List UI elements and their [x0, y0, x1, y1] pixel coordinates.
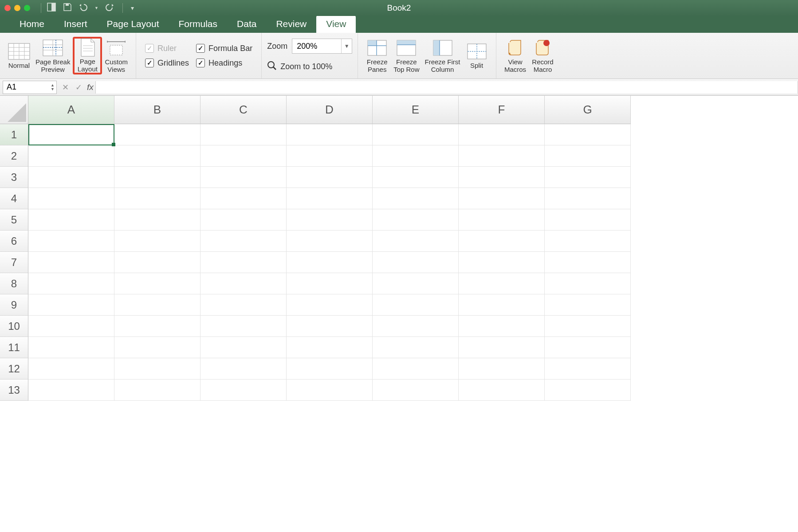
- column-header-C[interactable]: C: [200, 96, 287, 124]
- cell[interactable]: [373, 252, 459, 273]
- tab-insert[interactable]: Insert: [54, 16, 97, 33]
- cell[interactable]: [200, 316, 287, 337]
- cell[interactable]: [200, 252, 287, 273]
- cell[interactable]: [459, 316, 545, 337]
- cell[interactable]: [28, 379, 114, 401]
- cell[interactable]: [114, 379, 200, 401]
- tab-data[interactable]: Data: [227, 16, 266, 33]
- row-header-2[interactable]: 2: [0, 145, 28, 167]
- cell[interactable]: [114, 316, 200, 337]
- zoom-input[interactable]: [292, 42, 341, 51]
- cell[interactable]: [373, 273, 459, 294]
- tab-view[interactable]: View: [316, 16, 356, 33]
- column-header-E[interactable]: E: [373, 96, 459, 124]
- cell[interactable]: [114, 124, 200, 145]
- page-break-preview-button[interactable]: Page Break Preview: [33, 37, 73, 74]
- undo-dropdown[interactable]: ▼: [94, 6, 98, 10]
- cell[interactable]: [28, 188, 114, 209]
- zoom-to-100-button[interactable]: Zoom to 100%: [267, 61, 332, 73]
- cell[interactable]: [459, 145, 545, 167]
- cell[interactable]: [373, 337, 459, 358]
- spinner-icon[interactable]: ▲▼: [51, 83, 55, 91]
- cell[interactable]: [28, 273, 114, 294]
- cell[interactable]: [545, 231, 631, 252]
- row-header-3[interactable]: 3: [0, 167, 28, 188]
- cell[interactable]: [459, 379, 545, 401]
- cancel-formula-icon[interactable]: ✕: [59, 82, 72, 92]
- cell[interactable]: [287, 145, 373, 167]
- cell[interactable]: [545, 167, 631, 188]
- freeze-panes-button[interactable]: Freeze Panes: [363, 37, 391, 74]
- cell[interactable]: [200, 379, 287, 401]
- cell[interactable]: [287, 124, 373, 145]
- dropdown-icon[interactable]: ▼: [341, 39, 352, 53]
- cell[interactable]: [200, 231, 287, 252]
- cell[interactable]: [545, 252, 631, 273]
- cell[interactable]: [200, 358, 287, 379]
- row-header-5[interactable]: 5: [0, 209, 28, 231]
- save-icon[interactable]: [63, 2, 72, 14]
- cell[interactable]: [545, 358, 631, 379]
- cell[interactable]: [459, 337, 545, 358]
- tab-formulas[interactable]: Formulas: [169, 16, 228, 33]
- cell[interactable]: [28, 209, 114, 231]
- cell[interactable]: [28, 231, 114, 252]
- cell[interactable]: [373, 209, 459, 231]
- cell[interactable]: [114, 231, 200, 252]
- formula-input[interactable]: [95, 81, 798, 94]
- row-header-10[interactable]: 10: [0, 316, 28, 337]
- row-header-12[interactable]: 12: [0, 358, 28, 379]
- accept-formula-icon[interactable]: ✓: [72, 82, 85, 92]
- gridlines-checkbox[interactable]: Gridlines: [145, 59, 189, 68]
- cell[interactable]: [28, 167, 114, 188]
- cell[interactable]: [373, 188, 459, 209]
- freeze-first-column-button[interactable]: Freeze First Column: [422, 37, 463, 74]
- cell[interactable]: [200, 188, 287, 209]
- cell[interactable]: [200, 273, 287, 294]
- formula-bar-checkbox[interactable]: Formula Bar: [196, 44, 252, 53]
- cell[interactable]: [28, 124, 114, 145]
- cell[interactable]: [114, 273, 200, 294]
- tab-page-layout[interactable]: Page Layout: [97, 16, 169, 33]
- cell[interactable]: [459, 294, 545, 316]
- tab-review[interactable]: Review: [266, 16, 316, 33]
- cell[interactable]: [459, 209, 545, 231]
- cell[interactable]: [114, 188, 200, 209]
- cell[interactable]: [545, 124, 631, 145]
- cell-area[interactable]: [28, 124, 631, 401]
- custom-views-button[interactable]: Custom Views: [102, 37, 130, 74]
- cell[interactable]: [287, 209, 373, 231]
- cell[interactable]: [28, 145, 114, 167]
- cell[interactable]: [459, 273, 545, 294]
- maximize-window-button[interactable]: [24, 5, 30, 11]
- cell[interactable]: [373, 294, 459, 316]
- fx-icon[interactable]: fx: [87, 82, 94, 92]
- cell[interactable]: [545, 316, 631, 337]
- cell[interactable]: [287, 273, 373, 294]
- cell[interactable]: [28, 316, 114, 337]
- row-header-1[interactable]: 1: [0, 124, 28, 145]
- page-layout-view-button[interactable]: Page Layout: [73, 37, 102, 74]
- headings-checkbox[interactable]: Headings: [196, 59, 252, 68]
- row-header-13[interactable]: 13: [0, 379, 28, 401]
- cell[interactable]: [545, 188, 631, 209]
- redo-icon[interactable]: [105, 3, 114, 13]
- tab-home[interactable]: Home: [10, 16, 54, 33]
- cell[interactable]: [287, 358, 373, 379]
- column-header-A[interactable]: A: [28, 96, 114, 124]
- cell[interactable]: [114, 294, 200, 316]
- cell[interactable]: [200, 294, 287, 316]
- cell[interactable]: [545, 337, 631, 358]
- record-macro-button[interactable]: Record Macro: [529, 37, 557, 74]
- cell[interactable]: [545, 209, 631, 231]
- cell[interactable]: [373, 379, 459, 401]
- cell[interactable]: [200, 167, 287, 188]
- save-as-icon[interactable]: [47, 2, 56, 14]
- cell[interactable]: [287, 252, 373, 273]
- cell[interactable]: [28, 358, 114, 379]
- cell[interactable]: [200, 209, 287, 231]
- freeze-top-row-button[interactable]: Freeze Top Row: [391, 37, 422, 74]
- cell[interactable]: [545, 379, 631, 401]
- column-header-B[interactable]: B: [114, 96, 200, 124]
- minimize-window-button[interactable]: [14, 5, 20, 11]
